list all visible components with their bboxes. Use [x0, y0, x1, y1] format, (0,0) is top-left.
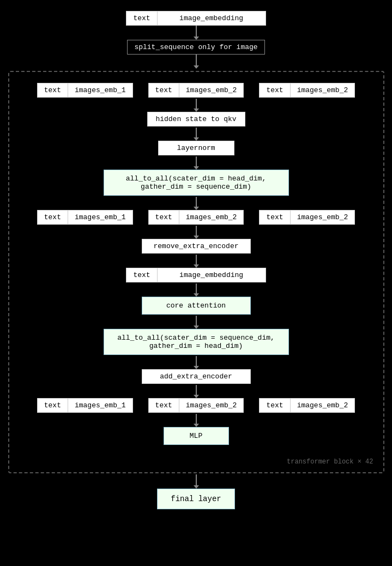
arrow-10 — [196, 316, 197, 326]
add-extra-encoder-box: add_extra_encoder — [142, 369, 251, 384]
arrow-9 — [196, 284, 197, 293]
top-row: text image_embedding — [126, 11, 266, 26]
row1-pair-3: text images_emb_2 — [259, 83, 355, 98]
inner-text-box: text — [126, 268, 156, 282]
row3-pair-2: text images_emb_2 — [148, 398, 244, 413]
row3-pair2-emb: images_emb_2 — [179, 398, 244, 413]
layernorm-box: layernorm — [158, 141, 234, 155]
transformer-label: transformer block × 42 — [287, 458, 373, 466]
row2-pair1-text: text — [37, 210, 68, 225]
arrow-6 — [196, 197, 197, 207]
row3-pair2-text: text — [148, 398, 179, 413]
row1: text images_emb_1 text images_emb_2 text… — [37, 83, 355, 98]
arrow-8 — [196, 255, 197, 264]
row3-pair3-text: text — [259, 398, 290, 413]
row1-pair3-text: text — [259, 83, 290, 98]
arrow-3 — [196, 99, 197, 109]
row1-pair2-text: text — [148, 83, 179, 98]
row3-pair1-emb: images_emb_1 — [68, 398, 133, 413]
row1-pair1-text: text — [37, 83, 68, 98]
all-to-all-2-box: all_to_all(scater_dim = sequence_dim,gat… — [104, 329, 289, 355]
final-layer-box: final layer — [157, 489, 234, 509]
diagram: text image_embedding split_sequence only… — [0, 0, 392, 520]
row2: text images_emb_1 text images_emb_2 text… — [37, 210, 355, 225]
row3: text images_emb_1 text images_emb_2 text… — [37, 398, 355, 413]
row2-pair2-emb: images_emb_2 — [179, 210, 244, 225]
top-image-embedding-box: image_embedding — [157, 11, 266, 26]
row3-pair3-emb: images_emb_2 — [290, 398, 355, 413]
arrow-7 — [196, 226, 197, 236]
arrow-1 — [196, 26, 197, 37]
row2-pair-1: text images_emb_1 — [37, 210, 133, 225]
row1-pair-2: text images_emb_2 — [148, 83, 244, 98]
row2-pair-2: text images_emb_2 — [148, 210, 244, 225]
inner-image-embedding-box: image_embedding — [157, 268, 266, 282]
arrow-13 — [196, 414, 197, 424]
top-pair: text image_embedding — [126, 11, 266, 26]
row1-pair-1: text images_emb_1 — [37, 83, 133, 98]
row2-pair-3: text images_emb_2 — [259, 210, 355, 225]
row2-pair1-emb: images_emb_1 — [68, 210, 133, 225]
row1-pair1-emb: images_emb_1 — [68, 83, 133, 98]
arrow-11 — [196, 356, 197, 366]
row2-pair3-emb: images_emb_2 — [290, 210, 355, 225]
arrow-5 — [196, 156, 197, 166]
row2-pair2-text: text — [148, 210, 179, 225]
arrow-14 — [196, 474, 197, 485]
row1-pair3-emb: images_emb_2 — [290, 83, 355, 98]
row2-pair3-text: text — [259, 210, 290, 225]
row3-pair-3: text images_emb_2 — [259, 398, 355, 413]
dashed-container: text images_emb_1 text images_emb_2 text… — [8, 71, 384, 473]
all-to-all-1-box: all_to_all(scater_dim = head_dim,gather_… — [104, 170, 289, 196]
top-text-box: text — [126, 11, 156, 26]
arrow-2 — [196, 55, 197, 65]
inner-text-image-pair: text image_embedding — [126, 268, 266, 282]
remove-extra-encoder-box: remove_extra_encoder — [142, 239, 251, 254]
arrow-12 — [196, 385, 197, 395]
row1-pair2-emb: images_emb_2 — [179, 83, 244, 98]
arrow-4 — [196, 128, 197, 137]
hidden-state-box: hidden state to qkv — [147, 112, 245, 127]
split-label-box: split_sequence only for image — [127, 40, 264, 55]
core-attention-box: core attention — [142, 297, 251, 315]
mlp-box: MLP — [164, 427, 229, 445]
row3-pair-1: text images_emb_1 — [37, 398, 133, 413]
row3-pair1-text: text — [37, 398, 68, 413]
